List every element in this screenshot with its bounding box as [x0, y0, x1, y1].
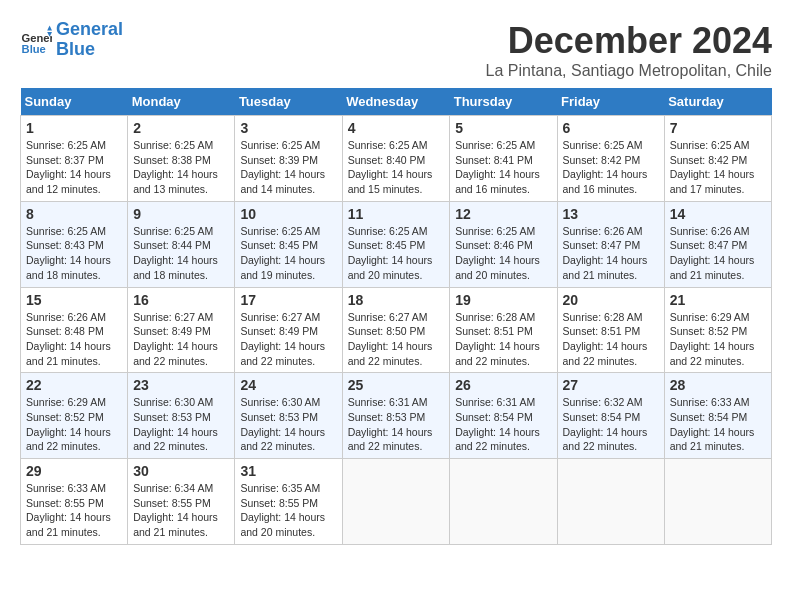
header-saturday: Saturday — [664, 88, 771, 116]
header-wednesday: Wednesday — [342, 88, 450, 116]
day-number: 20 — [563, 292, 659, 308]
day-number: 1 — [26, 120, 122, 136]
header-sunday: Sunday — [21, 88, 128, 116]
day-number: 7 — [670, 120, 766, 136]
day-number: 2 — [133, 120, 229, 136]
calendar-cell: 22 Sunrise: 6:29 AM Sunset: 8:52 PM Dayl… — [21, 373, 128, 459]
calendar-cell: 10 Sunrise: 6:25 AM Sunset: 8:45 PM Dayl… — [235, 201, 342, 287]
calendar-week-row: 15 Sunrise: 6:26 AM Sunset: 8:48 PM Dayl… — [21, 287, 772, 373]
day-number: 12 — [455, 206, 551, 222]
day-info: Sunrise: 6:27 AM Sunset: 8:50 PM Dayligh… — [348, 310, 445, 369]
day-number: 14 — [670, 206, 766, 222]
location: La Pintana, Santiago Metropolitan, Chile — [486, 62, 772, 80]
day-number: 3 — [240, 120, 336, 136]
calendar-cell: 17 Sunrise: 6:27 AM Sunset: 8:49 PM Dayl… — [235, 287, 342, 373]
day-info: Sunrise: 6:27 AM Sunset: 8:49 PM Dayligh… — [133, 310, 229, 369]
day-info: Sunrise: 6:25 AM Sunset: 8:42 PM Dayligh… — [563, 138, 659, 197]
day-info: Sunrise: 6:25 AM Sunset: 8:37 PM Dayligh… — [26, 138, 122, 197]
calendar-week-row: 1 Sunrise: 6:25 AM Sunset: 8:37 PM Dayli… — [21, 116, 772, 202]
calendar-cell: 14 Sunrise: 6:26 AM Sunset: 8:47 PM Dayl… — [664, 201, 771, 287]
day-number: 18 — [348, 292, 445, 308]
calendar-cell: 4 Sunrise: 6:25 AM Sunset: 8:40 PM Dayli… — [342, 116, 450, 202]
day-info: Sunrise: 6:28 AM Sunset: 8:51 PM Dayligh… — [455, 310, 551, 369]
calendar-cell: 29 Sunrise: 6:33 AM Sunset: 8:55 PM Dayl… — [21, 459, 128, 545]
calendar-cell: 1 Sunrise: 6:25 AM Sunset: 8:37 PM Dayli… — [21, 116, 128, 202]
month-year: December 2024 — [486, 20, 772, 62]
day-info: Sunrise: 6:25 AM Sunset: 8:41 PM Dayligh… — [455, 138, 551, 197]
calendar-cell: 24 Sunrise: 6:30 AM Sunset: 8:53 PM Dayl… — [235, 373, 342, 459]
day-info: Sunrise: 6:33 AM Sunset: 8:55 PM Dayligh… — [26, 481, 122, 540]
day-info: Sunrise: 6:27 AM Sunset: 8:49 PM Dayligh… — [240, 310, 336, 369]
day-info: Sunrise: 6:31 AM Sunset: 8:54 PM Dayligh… — [455, 395, 551, 454]
day-info: Sunrise: 6:31 AM Sunset: 8:53 PM Dayligh… — [348, 395, 445, 454]
calendar-cell: 7 Sunrise: 6:25 AM Sunset: 8:42 PM Dayli… — [664, 116, 771, 202]
day-number: 28 — [670, 377, 766, 393]
day-number: 27 — [563, 377, 659, 393]
title-block: December 2024 La Pintana, Santiago Metro… — [486, 20, 772, 80]
day-number: 31 — [240, 463, 336, 479]
calendar-cell: 27 Sunrise: 6:32 AM Sunset: 8:54 PM Dayl… — [557, 373, 664, 459]
day-number: 30 — [133, 463, 229, 479]
header-thursday: Thursday — [450, 88, 557, 116]
day-number: 21 — [670, 292, 766, 308]
calendar-cell: 15 Sunrise: 6:26 AM Sunset: 8:48 PM Dayl… — [21, 287, 128, 373]
calendar-cell: 31 Sunrise: 6:35 AM Sunset: 8:55 PM Dayl… — [235, 459, 342, 545]
calendar-cell: 3 Sunrise: 6:25 AM Sunset: 8:39 PM Dayli… — [235, 116, 342, 202]
day-number: 17 — [240, 292, 336, 308]
day-info: Sunrise: 6:34 AM Sunset: 8:55 PM Dayligh… — [133, 481, 229, 540]
day-number: 24 — [240, 377, 336, 393]
day-number: 25 — [348, 377, 445, 393]
day-number: 15 — [26, 292, 122, 308]
logo-icon: General Blue — [20, 24, 52, 56]
svg-text:General: General — [22, 31, 52, 43]
day-info: Sunrise: 6:25 AM Sunset: 8:45 PM Dayligh… — [240, 224, 336, 283]
calendar-cell: 23 Sunrise: 6:30 AM Sunset: 8:53 PM Dayl… — [128, 373, 235, 459]
calendar-cell: 8 Sunrise: 6:25 AM Sunset: 8:43 PM Dayli… — [21, 201, 128, 287]
logo-line1: General — [56, 19, 123, 39]
day-number: 4 — [348, 120, 445, 136]
day-number: 29 — [26, 463, 122, 479]
day-number: 23 — [133, 377, 229, 393]
calendar-week-row: 8 Sunrise: 6:25 AM Sunset: 8:43 PM Dayli… — [21, 201, 772, 287]
calendar-cell — [342, 459, 450, 545]
day-number: 5 — [455, 120, 551, 136]
day-info: Sunrise: 6:25 AM Sunset: 8:46 PM Dayligh… — [455, 224, 551, 283]
calendar-cell: 9 Sunrise: 6:25 AM Sunset: 8:44 PM Dayli… — [128, 201, 235, 287]
calendar-cell: 20 Sunrise: 6:28 AM Sunset: 8:51 PM Dayl… — [557, 287, 664, 373]
svg-marker-2 — [47, 25, 52, 30]
calendar-cell: 13 Sunrise: 6:26 AM Sunset: 8:47 PM Dayl… — [557, 201, 664, 287]
calendar-week-row: 29 Sunrise: 6:33 AM Sunset: 8:55 PM Dayl… — [21, 459, 772, 545]
day-info: Sunrise: 6:28 AM Sunset: 8:51 PM Dayligh… — [563, 310, 659, 369]
day-info: Sunrise: 6:25 AM Sunset: 8:45 PM Dayligh… — [348, 224, 445, 283]
day-number: 22 — [26, 377, 122, 393]
calendar-cell: 18 Sunrise: 6:27 AM Sunset: 8:50 PM Dayl… — [342, 287, 450, 373]
calendar-week-row: 22 Sunrise: 6:29 AM Sunset: 8:52 PM Dayl… — [21, 373, 772, 459]
header-friday: Friday — [557, 88, 664, 116]
calendar-cell: 11 Sunrise: 6:25 AM Sunset: 8:45 PM Dayl… — [342, 201, 450, 287]
day-number: 8 — [26, 206, 122, 222]
day-number: 26 — [455, 377, 551, 393]
day-info: Sunrise: 6:29 AM Sunset: 8:52 PM Dayligh… — [670, 310, 766, 369]
day-info: Sunrise: 6:26 AM Sunset: 8:47 PM Dayligh… — [670, 224, 766, 283]
day-info: Sunrise: 6:25 AM Sunset: 8:43 PM Dayligh… — [26, 224, 122, 283]
day-info: Sunrise: 6:25 AM Sunset: 8:38 PM Dayligh… — [133, 138, 229, 197]
calendar-cell: 28 Sunrise: 6:33 AM Sunset: 8:54 PM Dayl… — [664, 373, 771, 459]
day-number: 13 — [563, 206, 659, 222]
calendar-cell: 30 Sunrise: 6:34 AM Sunset: 8:55 PM Dayl… — [128, 459, 235, 545]
day-number: 10 — [240, 206, 336, 222]
day-info: Sunrise: 6:35 AM Sunset: 8:55 PM Dayligh… — [240, 481, 336, 540]
day-info: Sunrise: 6:29 AM Sunset: 8:52 PM Dayligh… — [26, 395, 122, 454]
logo-line2: Blue — [56, 39, 95, 59]
day-info: Sunrise: 6:30 AM Sunset: 8:53 PM Dayligh… — [133, 395, 229, 454]
day-number: 9 — [133, 206, 229, 222]
day-info: Sunrise: 6:25 AM Sunset: 8:44 PM Dayligh… — [133, 224, 229, 283]
svg-text:Blue: Blue — [22, 43, 46, 55]
day-info: Sunrise: 6:25 AM Sunset: 8:39 PM Dayligh… — [240, 138, 336, 197]
page-header: General Blue General Blue December 2024 … — [20, 20, 772, 80]
calendar-cell: 16 Sunrise: 6:27 AM Sunset: 8:49 PM Dayl… — [128, 287, 235, 373]
header-monday: Monday — [128, 88, 235, 116]
calendar-cell: 12 Sunrise: 6:25 AM Sunset: 8:46 PM Dayl… — [450, 201, 557, 287]
calendar-cell: 19 Sunrise: 6:28 AM Sunset: 8:51 PM Dayl… — [450, 287, 557, 373]
calendar-cell — [450, 459, 557, 545]
calendar-cell: 25 Sunrise: 6:31 AM Sunset: 8:53 PM Dayl… — [342, 373, 450, 459]
